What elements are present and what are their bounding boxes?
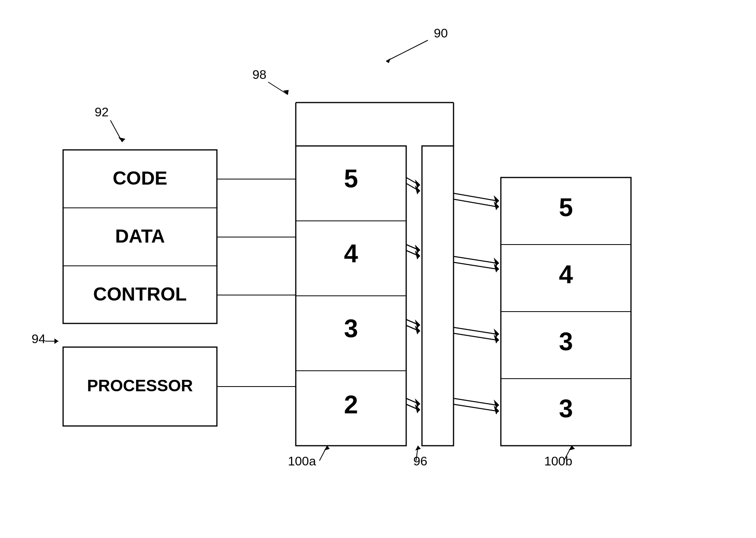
queue-100a-4: 4 (344, 239, 358, 268)
svg-line-61 (454, 404, 499, 411)
ref-100a-label: 100a (288, 454, 316, 468)
svg-marker-7 (54, 338, 58, 344)
ref-92-label: 92 (95, 105, 109, 119)
svg-line-57 (454, 333, 499, 340)
svg-line-4 (268, 82, 288, 95)
svg-line-53 (454, 262, 499, 269)
queue-100a-2: 2 (344, 390, 358, 419)
svg-line-60 (454, 398, 499, 405)
diagram: 90 92 98 94 100a 96 100b (0, 0, 756, 538)
ref-96-label: 96 (413, 454, 427, 468)
ref-94-label: 94 (32, 332, 46, 346)
queue-100b-3a: 3 (559, 327, 573, 356)
ref-90-label: 90 (434, 26, 448, 40)
svg-marker-11 (415, 446, 421, 450)
data-label: DATA (115, 226, 165, 247)
svg-marker-13 (569, 446, 575, 450)
ref-98-label: 98 (252, 67, 267, 82)
queue-100b-3b: 3 (559, 394, 573, 423)
svg-marker-9 (324, 446, 330, 450)
ref-100b-label: 100b (544, 454, 572, 468)
control-label: CONTROL (93, 284, 187, 304)
svg-marker-1 (386, 58, 390, 63)
queue-100b-4: 4 (559, 260, 573, 289)
svg-marker-3 (118, 137, 125, 142)
interconnect-96 (422, 146, 454, 446)
code-label: CODE (113, 168, 168, 189)
queue-100b-5: 5 (559, 193, 573, 222)
processor-label: PROCESSOR (87, 376, 193, 395)
queue-100a-3: 3 (344, 314, 358, 343)
svg-line-52 (454, 256, 499, 263)
svg-line-0 (386, 40, 428, 61)
queue-100a-5: 5 (344, 164, 358, 193)
svg-line-56 (454, 327, 499, 334)
